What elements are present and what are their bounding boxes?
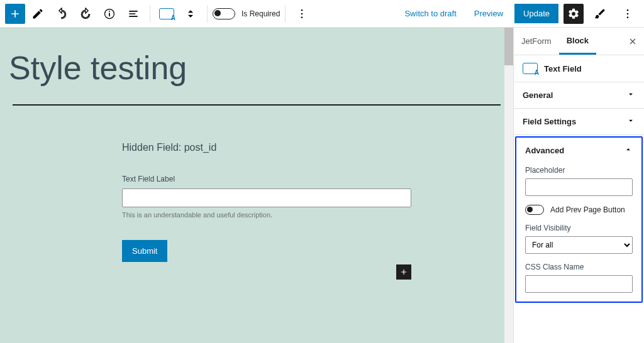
- plus-icon: [9, 8, 21, 20]
- settings-sidebar: JetForm Block Text Field General Field S…: [513, 28, 644, 343]
- panel-advanced: Advanced Placeholder Add Prev Page Butto…: [515, 136, 643, 303]
- svg-point-7: [627, 13, 629, 14]
- chevron-up-icon: [624, 145, 633, 156]
- add-prev-toggle[interactable]: [525, 205, 544, 215]
- text-field-description: This is an understandable and useful des…: [122, 211, 411, 219]
- placeholder-field: Placeholder: [525, 166, 633, 196]
- settings-button[interactable]: [564, 4, 584, 24]
- title-separator: [13, 104, 501, 106]
- block-more-button[interactable]: [291, 3, 313, 25]
- add-block-button[interactable]: [5, 4, 25, 24]
- visibility-select[interactable]: For all: [525, 236, 633, 254]
- info-button[interactable]: [98, 3, 121, 25]
- more-vertical-icon: [296, 8, 308, 20]
- pencil-icon: [31, 8, 44, 20]
- add-prev-label: Add Prev Page Button: [550, 205, 625, 214]
- text-field-icon: [523, 63, 538, 74]
- css-class-field: CSS Class Name: [525, 263, 633, 293]
- chevron-down-icon: [626, 90, 635, 101]
- top-more-button[interactable]: [616, 3, 639, 25]
- brush-icon: [594, 8, 606, 20]
- outline-button[interactable]: [122, 3, 145, 25]
- tab-block[interactable]: Block: [559, 28, 596, 55]
- info-icon: [103, 8, 116, 20]
- switch-to-draft-button[interactable]: Switch to draft: [398, 5, 462, 22]
- move-button[interactable]: [179, 3, 202, 25]
- undo-icon: [55, 8, 68, 20]
- more-vertical-icon: [621, 8, 634, 20]
- svg-point-6: [627, 9, 629, 10]
- toolbar-left: Is Required: [5, 3, 313, 25]
- toolbar-separator: [150, 5, 150, 23]
- is-required-toggle[interactable]: [213, 8, 235, 19]
- panel-field-settings: Field Settings: [514, 109, 644, 135]
- hidden-field-block[interactable]: Hidden Field: post_id: [122, 142, 411, 153]
- block-identity: Text Field: [514, 55, 644, 82]
- css-class-input[interactable]: [525, 275, 633, 293]
- preview-button[interactable]: Preview: [468, 5, 509, 22]
- svg-point-8: [627, 16, 629, 18]
- gear-icon: [567, 8, 580, 20]
- svg-rect-2: [109, 11, 110, 12]
- editor-canvas[interactable]: Style testing Hidden Field: post_id Text…: [0, 28, 513, 343]
- sidebar-tabs: JetForm Block: [514, 28, 644, 55]
- panel-field-settings-label: Field Settings: [523, 117, 576, 126]
- workspace: Style testing Hidden Field: post_id Text…: [0, 28, 644, 343]
- toolbar-separator-3: [285, 5, 286, 23]
- toolbar-separator-2: [207, 5, 208, 23]
- edit-button[interactable]: [26, 3, 49, 25]
- list-icon: [127, 8, 140, 20]
- svg-rect-1: [109, 13, 110, 16]
- update-button[interactable]: Update: [514, 4, 558, 23]
- page-title[interactable]: Style testing: [9, 49, 501, 87]
- scrollbar-thumb[interactable]: [504, 28, 513, 65]
- placeholder-label: Placeholder: [525, 166, 633, 175]
- svg-point-3: [301, 9, 303, 10]
- chevron-updown-icon: [184, 8, 197, 20]
- block-type-button[interactable]: [155, 3, 178, 25]
- visibility-label: Field Visibility: [525, 224, 633, 232]
- svg-point-5: [301, 16, 303, 18]
- tab-jetform[interactable]: JetForm: [514, 28, 559, 55]
- placeholder-input[interactable]: [525, 178, 633, 196]
- css-class-label: CSS Class Name: [525, 263, 633, 271]
- canvas-scrollbar[interactable]: [504, 28, 513, 343]
- panel-advanced-head[interactable]: Advanced: [516, 138, 641, 163]
- panel-general-head[interactable]: General: [514, 82, 644, 108]
- block-name-label: Text Field: [544, 64, 582, 74]
- svg-point-4: [301, 13, 303, 14]
- toolbar-right: Switch to draft Preview Update: [398, 3, 639, 25]
- redo-button[interactable]: [74, 3, 97, 25]
- add-prev-row: Add Prev Page Button: [525, 205, 633, 215]
- is-required-label: Is Required: [242, 9, 280, 18]
- plus-icon: [399, 268, 408, 276]
- redo-icon: [79, 8, 92, 20]
- panel-general-label: General: [523, 90, 553, 100]
- close-icon: [628, 36, 638, 46]
- text-field-input[interactable]: [122, 188, 411, 207]
- panel-general: General: [514, 82, 644, 109]
- panel-field-settings-head[interactable]: Field Settings: [514, 109, 644, 134]
- undo-button[interactable]: [50, 3, 73, 25]
- chevron-down-icon: [626, 116, 635, 127]
- jetstyle-button[interactable]: [589, 3, 611, 25]
- panel-advanced-label: Advanced: [525, 146, 564, 155]
- add-block-inline-button[interactable]: [396, 264, 411, 280]
- submit-button[interactable]: Submit: [122, 240, 167, 262]
- text-field-label: Text Field Label: [122, 175, 411, 183]
- panel-advanced-body: Placeholder Add Prev Page Button Field V…: [516, 163, 641, 302]
- text-field-icon: [159, 8, 174, 19]
- top-toolbar: Is Required Switch to draft Preview Upda…: [0, 0, 644, 28]
- sidebar-close-button[interactable]: [621, 28, 644, 55]
- visibility-field: Field Visibility For all: [525, 224, 633, 254]
- form-preview: Hidden Field: post_id Text Field Label T…: [122, 142, 411, 262]
